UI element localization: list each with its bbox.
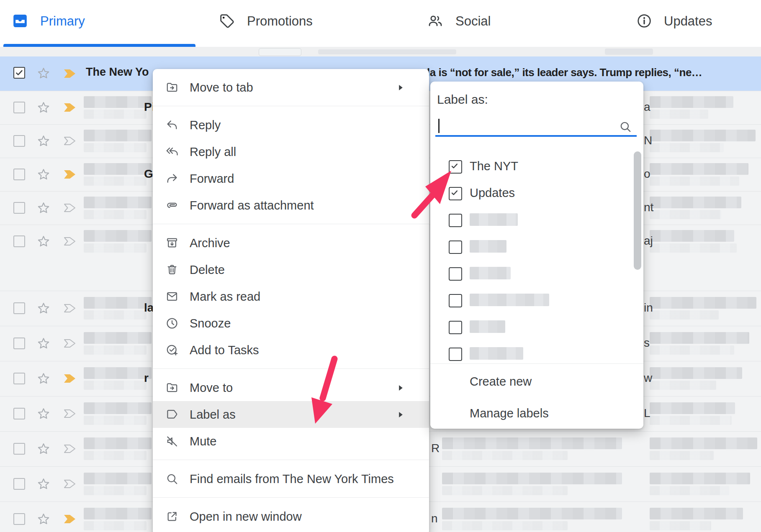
- menu-item-label: Mute: [190, 435, 216, 448]
- create-new-label-button[interactable]: Create new: [430, 365, 643, 397]
- menu-item-snooze[interactable]: Snooze: [153, 310, 429, 337]
- importance-marker-icon[interactable]: [64, 136, 76, 147]
- select-checkbox[interactable]: [13, 373, 25, 384]
- text-caret: [438, 119, 440, 133]
- menu-item-mute[interactable]: Mute: [153, 428, 429, 455]
- label-option-blurred[interactable]: [430, 206, 643, 233]
- select-checkbox[interactable]: [13, 513, 25, 525]
- importance-marker-icon[interactable]: [64, 409, 76, 420]
- folder-move-icon: [165, 381, 179, 394]
- menu-item-reply-all[interactable]: Reply all: [153, 138, 429, 165]
- importance-marker-icon[interactable]: [64, 203, 76, 214]
- importance-marker-icon[interactable]: [64, 170, 76, 181]
- label-option-blurred[interactable]: [430, 313, 643, 340]
- select-checkbox[interactable]: [13, 302, 25, 314]
- blurred-text: [650, 451, 714, 460]
- star-icon[interactable]: [36, 336, 51, 352]
- checkbox-checked-icon[interactable]: [449, 187, 462, 200]
- star-icon[interactable]: [36, 134, 51, 150]
- menu-item-find-emails-from-the-new-york-times[interactable]: Find emails from The New York Times: [153, 466, 429, 492]
- select-checkbox[interactable]: [13, 202, 25, 214]
- manage-labels-label: Manage labels: [470, 407, 549, 420]
- blurred-label-name: [470, 267, 511, 279]
- label-option-blurred[interactable]: [430, 286, 643, 313]
- label-option-the-nyt[interactable]: The NYT: [430, 153, 643, 179]
- star-icon[interactable]: [36, 407, 51, 422]
- star-icon[interactable]: [36, 201, 51, 217]
- label-option-blurred[interactable]: [430, 260, 643, 286]
- text-fragment: in: [644, 301, 653, 315]
- select-checkbox[interactable]: [13, 169, 25, 180]
- scrollbar-thumb[interactable]: [634, 151, 641, 270]
- blurred-text: [84, 473, 152, 484]
- star-icon[interactable]: [36, 477, 51, 493]
- checkbox-unchecked-icon[interactable]: [449, 294, 462, 307]
- open-new-icon: [165, 510, 179, 523]
- select-checkbox[interactable]: [13, 67, 25, 79]
- star-icon[interactable]: [36, 301, 51, 317]
- email-context-menu: Move to tabReplyReply allForwardForward …: [153, 69, 429, 532]
- archive-icon: [165, 236, 179, 250]
- task-add-icon: [165, 343, 179, 357]
- tab-updates[interactable]: Updates: [571, 0, 761, 47]
- label-search-input[interactable]: [436, 113, 618, 134]
- reply-icon: [165, 118, 179, 132]
- label-option-blurred[interactable]: [430, 340, 643, 367]
- importance-marker-icon[interactable]: [64, 69, 76, 80]
- select-checkbox[interactable]: [13, 478, 25, 490]
- blurred-text: [84, 437, 152, 449]
- select-checkbox[interactable]: [13, 102, 25, 113]
- submenu-arrow-icon: [398, 385, 403, 391]
- menu-item-label: Reply all: [190, 145, 236, 159]
- blurred-text: [84, 297, 152, 309]
- importance-marker-icon[interactable]: [64, 103, 76, 114]
- importance-marker-icon[interactable]: [64, 444, 76, 455]
- label-option-updates[interactable]: Updates: [430, 179, 643, 206]
- menu-item-move-to-tab[interactable]: Move to tab: [153, 74, 429, 101]
- menu-item-move-to[interactable]: Move to: [153, 374, 429, 401]
- star-icon[interactable]: [36, 512, 51, 528]
- checkbox-unchecked-icon[interactable]: [449, 240, 462, 254]
- tab-social[interactable]: Social: [380, 0, 571, 47]
- select-checkbox[interactable]: [13, 408, 25, 419]
- tab-primary[interactable]: Primary: [0, 0, 190, 47]
- menu-item-archive[interactable]: Archive: [153, 230, 429, 256]
- star-icon[interactable]: [36, 66, 51, 82]
- importance-marker-icon[interactable]: [64, 237, 76, 248]
- checkbox-unchecked-icon[interactable]: [449, 348, 462, 361]
- checkbox-unchecked-icon[interactable]: [449, 321, 462, 334]
- menu-item-forward[interactable]: Forward: [153, 165, 429, 192]
- menu-item-forward-as-attachment[interactable]: Forward as attachment: [153, 192, 429, 219]
- importance-marker-icon[interactable]: [64, 304, 76, 315]
- menu-item-delete[interactable]: Delete: [153, 256, 429, 283]
- importance-marker-icon[interactable]: [64, 479, 76, 490]
- blurred-text: [84, 451, 147, 460]
- star-icon[interactable]: [36, 234, 51, 250]
- blurred-text: [650, 197, 741, 208]
- manage-labels-button[interactable]: Manage labels: [430, 397, 643, 429]
- star-icon[interactable]: [36, 442, 51, 458]
- menu-item-add-to-tasks[interactable]: Add to Tasks: [153, 337, 429, 363]
- blurred-text: [84, 486, 147, 495]
- menu-item-label-as[interactable]: Label as: [153, 401, 429, 428]
- menu-item-mark-as-read[interactable]: Mark as read: [153, 283, 429, 310]
- checkbox-unchecked-icon[interactable]: [449, 214, 462, 227]
- checkbox-unchecked-icon[interactable]: [449, 267, 462, 281]
- importance-marker-icon[interactable]: [64, 374, 76, 385]
- select-checkbox[interactable]: [13, 135, 25, 147]
- text-fragment: G: [144, 167, 153, 181]
- tab-promotions[interactable]: Promotions: [190, 0, 380, 47]
- select-checkbox[interactable]: [13, 338, 25, 349]
- importance-marker-icon[interactable]: [64, 514, 76, 525]
- menu-item-open-in-new-window[interactable]: Open in new window: [153, 503, 429, 530]
- checkbox-checked-icon[interactable]: [449, 160, 462, 174]
- select-checkbox[interactable]: [13, 443, 25, 455]
- importance-marker-icon[interactable]: [64, 339, 76, 350]
- star-icon[interactable]: [36, 100, 51, 116]
- blurred-label-name: [470, 240, 506, 253]
- label-option-blurred[interactable]: [430, 233, 643, 260]
- select-checkbox[interactable]: [13, 235, 25, 247]
- menu-item-reply[interactable]: Reply: [153, 112, 429, 138]
- star-icon[interactable]: [36, 167, 51, 183]
- star-icon[interactable]: [36, 371, 51, 387]
